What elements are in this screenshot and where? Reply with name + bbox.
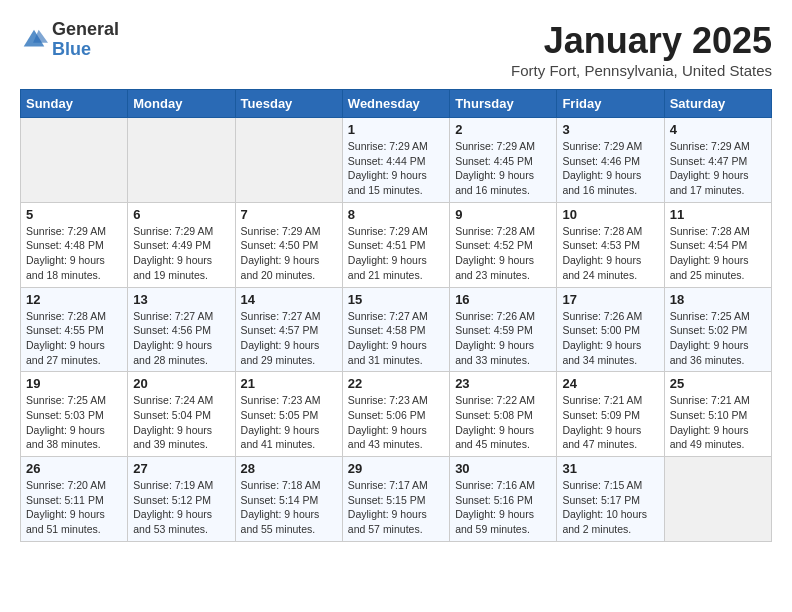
day-number: 25 (670, 376, 766, 391)
calendar-cell: 27Sunrise: 7:19 AM Sunset: 5:12 PM Dayli… (128, 457, 235, 542)
day-info: Sunrise: 7:17 AM Sunset: 5:15 PM Dayligh… (348, 478, 444, 537)
day-info: Sunrise: 7:28 AM Sunset: 4:55 PM Dayligh… (26, 309, 122, 368)
day-info: Sunrise: 7:18 AM Sunset: 5:14 PM Dayligh… (241, 478, 337, 537)
day-info: Sunrise: 7:29 AM Sunset: 4:51 PM Dayligh… (348, 224, 444, 283)
day-info: Sunrise: 7:26 AM Sunset: 4:59 PM Dayligh… (455, 309, 551, 368)
day-number: 29 (348, 461, 444, 476)
day-number: 7 (241, 207, 337, 222)
weekday-header-row: SundayMondayTuesdayWednesdayThursdayFrid… (21, 90, 772, 118)
day-info: Sunrise: 7:20 AM Sunset: 5:11 PM Dayligh… (26, 478, 122, 537)
day-number: 4 (670, 122, 766, 137)
day-info: Sunrise: 7:16 AM Sunset: 5:16 PM Dayligh… (455, 478, 551, 537)
calendar-cell: 28Sunrise: 7:18 AM Sunset: 5:14 PM Dayli… (235, 457, 342, 542)
logo: General Blue (20, 20, 119, 60)
location-label: Forty Fort, Pennsylvania, United States (511, 62, 772, 79)
day-info: Sunrise: 7:23 AM Sunset: 5:05 PM Dayligh… (241, 393, 337, 452)
title-block: January 2025 Forty Fort, Pennsylvania, U… (511, 20, 772, 79)
day-number: 23 (455, 376, 551, 391)
calendar-week-row: 1Sunrise: 7:29 AM Sunset: 4:44 PM Daylig… (21, 118, 772, 203)
logo-blue-label: Blue (52, 40, 119, 60)
day-info: Sunrise: 7:29 AM Sunset: 4:50 PM Dayligh… (241, 224, 337, 283)
calendar-cell: 18Sunrise: 7:25 AM Sunset: 5:02 PM Dayli… (664, 287, 771, 372)
calendar-cell: 14Sunrise: 7:27 AM Sunset: 4:57 PM Dayli… (235, 287, 342, 372)
calendar-cell: 5Sunrise: 7:29 AM Sunset: 4:48 PM Daylig… (21, 202, 128, 287)
day-number: 19 (26, 376, 122, 391)
calendar-week-row: 26Sunrise: 7:20 AM Sunset: 5:11 PM Dayli… (21, 457, 772, 542)
weekday-header-wednesday: Wednesday (342, 90, 449, 118)
day-number: 21 (241, 376, 337, 391)
logo-general-label: General (52, 20, 119, 40)
page-header: General Blue January 2025 Forty Fort, Pe… (20, 20, 772, 79)
day-number: 8 (348, 207, 444, 222)
calendar-header: SundayMondayTuesdayWednesdayThursdayFrid… (21, 90, 772, 118)
calendar-body: 1Sunrise: 7:29 AM Sunset: 4:44 PM Daylig… (21, 118, 772, 542)
calendar-cell: 1Sunrise: 7:29 AM Sunset: 4:44 PM Daylig… (342, 118, 449, 203)
calendar-cell: 20Sunrise: 7:24 AM Sunset: 5:04 PM Dayli… (128, 372, 235, 457)
weekday-header-monday: Monday (128, 90, 235, 118)
day-info: Sunrise: 7:29 AM Sunset: 4:46 PM Dayligh… (562, 139, 658, 198)
day-info: Sunrise: 7:27 AM Sunset: 4:56 PM Dayligh… (133, 309, 229, 368)
calendar-week-row: 5Sunrise: 7:29 AM Sunset: 4:48 PM Daylig… (21, 202, 772, 287)
day-number: 16 (455, 292, 551, 307)
day-info: Sunrise: 7:28 AM Sunset: 4:53 PM Dayligh… (562, 224, 658, 283)
calendar-cell: 16Sunrise: 7:26 AM Sunset: 4:59 PM Dayli… (450, 287, 557, 372)
day-info: Sunrise: 7:29 AM Sunset: 4:48 PM Dayligh… (26, 224, 122, 283)
calendar-cell: 25Sunrise: 7:21 AM Sunset: 5:10 PM Dayli… (664, 372, 771, 457)
calendar-cell: 2Sunrise: 7:29 AM Sunset: 4:45 PM Daylig… (450, 118, 557, 203)
day-number: 26 (26, 461, 122, 476)
calendar-week-row: 19Sunrise: 7:25 AM Sunset: 5:03 PM Dayli… (21, 372, 772, 457)
weekday-header-tuesday: Tuesday (235, 90, 342, 118)
day-info: Sunrise: 7:29 AM Sunset: 4:44 PM Dayligh… (348, 139, 444, 198)
calendar-cell (235, 118, 342, 203)
month-title: January 2025 (511, 20, 772, 62)
calendar-cell: 4Sunrise: 7:29 AM Sunset: 4:47 PM Daylig… (664, 118, 771, 203)
day-info: Sunrise: 7:21 AM Sunset: 5:10 PM Dayligh… (670, 393, 766, 452)
day-number: 14 (241, 292, 337, 307)
weekday-header-saturday: Saturday (664, 90, 771, 118)
calendar-cell: 15Sunrise: 7:27 AM Sunset: 4:58 PM Dayli… (342, 287, 449, 372)
calendar-week-row: 12Sunrise: 7:28 AM Sunset: 4:55 PM Dayli… (21, 287, 772, 372)
calendar-cell: 7Sunrise: 7:29 AM Sunset: 4:50 PM Daylig… (235, 202, 342, 287)
day-info: Sunrise: 7:24 AM Sunset: 5:04 PM Dayligh… (133, 393, 229, 452)
calendar-cell: 9Sunrise: 7:28 AM Sunset: 4:52 PM Daylig… (450, 202, 557, 287)
day-number: 27 (133, 461, 229, 476)
day-info: Sunrise: 7:23 AM Sunset: 5:06 PM Dayligh… (348, 393, 444, 452)
day-number: 20 (133, 376, 229, 391)
day-number: 2 (455, 122, 551, 137)
calendar-cell (128, 118, 235, 203)
day-number: 24 (562, 376, 658, 391)
day-number: 9 (455, 207, 551, 222)
calendar-cell: 21Sunrise: 7:23 AM Sunset: 5:05 PM Dayli… (235, 372, 342, 457)
logo-icon (20, 26, 48, 54)
day-number: 30 (455, 461, 551, 476)
day-info: Sunrise: 7:15 AM Sunset: 5:17 PM Dayligh… (562, 478, 658, 537)
day-number: 15 (348, 292, 444, 307)
logo-text: General Blue (52, 20, 119, 60)
day-info: Sunrise: 7:27 AM Sunset: 4:57 PM Dayligh… (241, 309, 337, 368)
calendar-cell: 29Sunrise: 7:17 AM Sunset: 5:15 PM Dayli… (342, 457, 449, 542)
day-number: 13 (133, 292, 229, 307)
calendar-cell: 11Sunrise: 7:28 AM Sunset: 4:54 PM Dayli… (664, 202, 771, 287)
day-info: Sunrise: 7:25 AM Sunset: 5:03 PM Dayligh… (26, 393, 122, 452)
day-info: Sunrise: 7:28 AM Sunset: 4:54 PM Dayligh… (670, 224, 766, 283)
day-info: Sunrise: 7:19 AM Sunset: 5:12 PM Dayligh… (133, 478, 229, 537)
day-info: Sunrise: 7:29 AM Sunset: 4:49 PM Dayligh… (133, 224, 229, 283)
day-info: Sunrise: 7:27 AM Sunset: 4:58 PM Dayligh… (348, 309, 444, 368)
calendar-cell: 12Sunrise: 7:28 AM Sunset: 4:55 PM Dayli… (21, 287, 128, 372)
calendar-cell: 30Sunrise: 7:16 AM Sunset: 5:16 PM Dayli… (450, 457, 557, 542)
calendar-cell (664, 457, 771, 542)
calendar-cell: 23Sunrise: 7:22 AM Sunset: 5:08 PM Dayli… (450, 372, 557, 457)
calendar-table: SundayMondayTuesdayWednesdayThursdayFrid… (20, 89, 772, 542)
day-number: 22 (348, 376, 444, 391)
day-info: Sunrise: 7:29 AM Sunset: 4:45 PM Dayligh… (455, 139, 551, 198)
day-number: 10 (562, 207, 658, 222)
calendar-cell: 24Sunrise: 7:21 AM Sunset: 5:09 PM Dayli… (557, 372, 664, 457)
weekday-header-friday: Friday (557, 90, 664, 118)
calendar-cell: 3Sunrise: 7:29 AM Sunset: 4:46 PM Daylig… (557, 118, 664, 203)
day-number: 11 (670, 207, 766, 222)
day-number: 12 (26, 292, 122, 307)
calendar-cell: 22Sunrise: 7:23 AM Sunset: 5:06 PM Dayli… (342, 372, 449, 457)
weekday-header-thursday: Thursday (450, 90, 557, 118)
day-info: Sunrise: 7:25 AM Sunset: 5:02 PM Dayligh… (670, 309, 766, 368)
day-number: 1 (348, 122, 444, 137)
